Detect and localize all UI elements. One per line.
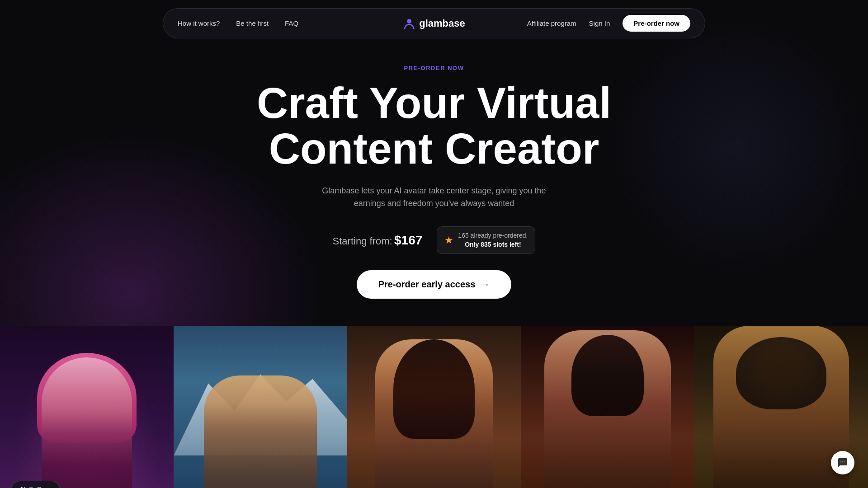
logo-icon xyxy=(403,17,415,30)
slots-text: 165 already pre-ordered. Only 835 slots … xyxy=(458,231,528,249)
star-icon: ★ xyxy=(444,235,453,246)
brand-logo[interactable]: glambase xyxy=(403,17,465,30)
nav-preorder-button[interactable]: Pre-order now xyxy=(623,15,690,32)
x-twitter-icon: 𝕏 xyxy=(20,486,25,488)
hero-section: PRE-ORDER NOW Craft Your Virtual Content… xyxy=(0,47,868,299)
navigation: How it works? Be the first FAQ glambase … xyxy=(163,8,705,38)
image-cards-row: 𝕏 Follow xyxy=(0,326,868,488)
slots-badge: ★ 165 already pre-ordered. Only 835 slot… xyxy=(437,226,535,254)
chat-button[interactable] xyxy=(831,451,854,474)
nav-left: How it works? Be the first FAQ xyxy=(178,19,298,27)
pre-order-tag: PRE-ORDER NOW xyxy=(404,65,464,71)
hero-title: Craft Your Virtual Content Creator xyxy=(257,80,611,172)
svg-point-0 xyxy=(407,19,411,23)
nav-right: Affiliate program Sign In Pre-order now xyxy=(527,15,690,32)
image-card-4 xyxy=(521,326,694,488)
nav-faq[interactable]: FAQ xyxy=(285,19,298,27)
hero-cta-button[interactable]: Pre-order early access → xyxy=(357,270,512,299)
svg-point-3 xyxy=(844,461,845,463)
nav-how-it-works[interactable]: How it works? xyxy=(178,19,220,27)
nav-affiliate[interactable]: Affiliate program xyxy=(527,19,576,27)
image-card-1: 𝕏 Follow xyxy=(0,326,174,488)
pricing-row: Starting from: $167 ★ 165 already pre-or… xyxy=(333,226,536,254)
starting-from: Starting from: $167 xyxy=(333,233,423,248)
svg-point-2 xyxy=(842,461,844,463)
follow-button[interactable]: 𝕏 Follow xyxy=(11,481,60,488)
nav-be-the-first[interactable]: Be the first xyxy=(236,19,269,27)
image-card-2 xyxy=(174,326,347,488)
chat-icon xyxy=(837,457,848,468)
hero-subtitle: Glambase lets your AI avatar take center… xyxy=(316,184,552,211)
nav-sign-in[interactable]: Sign In xyxy=(589,19,610,27)
image-card-3 xyxy=(347,326,521,488)
svg-point-1 xyxy=(840,461,842,463)
